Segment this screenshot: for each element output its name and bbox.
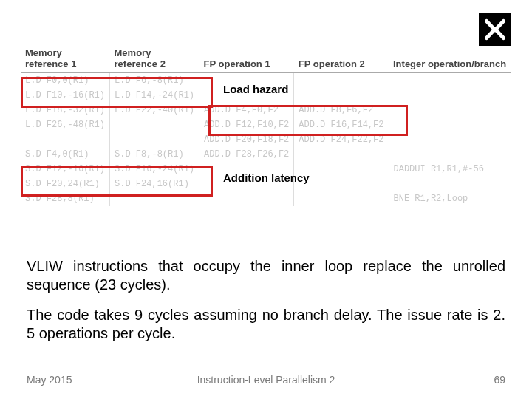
cell [294, 147, 389, 162]
cell: ADD.D F12,F10,F2 [200, 117, 294, 132]
cell [389, 177, 511, 191]
cell: L.D F18,-32(R1) [21, 103, 110, 117]
cell: L.D F0,0(R1) [21, 73, 110, 89]
cell: S.D F12,-16(R1) [21, 162, 110, 177]
cell: ADD.D F20,F18,F2 [200, 132, 294, 147]
aleph-icon [482, 16, 508, 43]
cell: ADD.D F16,F14,F2 [294, 117, 389, 132]
aleph-logo [479, 13, 511, 46]
cell: L.D F14,-24(R1) [110, 88, 200, 103]
cell: S.D F16,-24(R1) [110, 162, 200, 177]
cell: L.D F26,-48(R1) [21, 117, 110, 132]
footer-title: Instruction-Level Parallelism 2 [197, 374, 335, 386]
cell [389, 117, 511, 132]
table-row: L.D F18,-32(R1) L.D F22,-40(R1) ADD.D F4… [21, 103, 511, 117]
table-row: S.D F28,8(R1) BNE R1,R2,Loop [21, 191, 511, 206]
paragraph-cycles: The code takes 9 cycles assuming no bran… [27, 306, 505, 343]
cell [389, 88, 511, 103]
cell [110, 117, 200, 132]
addition-latency-label: Addition latency [223, 171, 310, 184]
cell: S.D F24,16(R1) [110, 177, 200, 191]
paragraph-vliw: VLIW instructions that occupy the inner … [27, 257, 505, 294]
cell [110, 191, 200, 206]
cell: DADDUI R1,R1,#-56 [389, 162, 511, 177]
cell [110, 132, 200, 147]
cell: ADD.D F28,F26,F2 [200, 147, 294, 162]
slide-footer: May 2015 Instruction-Level Parallelism 2… [27, 374, 505, 386]
cell: S.D F8,-8(R1) [110, 147, 200, 162]
cell [389, 103, 511, 117]
cell [200, 191, 294, 206]
cell: BNE R1,R2,Loop [389, 191, 511, 206]
col-fpop1: FP operation 1 [200, 44, 294, 73]
cell [389, 73, 511, 89]
footer-date: May 2015 [27, 374, 72, 386]
col-memref1: Memory reference 1 [21, 44, 110, 73]
table-row: ADD.D F20,F18,F2 ADD.D F24,F22,F2 [21, 132, 511, 147]
cell: S.D F4,0(R1) [21, 147, 110, 162]
cell [389, 147, 511, 162]
cell: ADD.D F24,F22,F2 [294, 132, 389, 147]
load-hazard-label: Load hazard [223, 83, 288, 95]
cell [294, 88, 389, 103]
col-intop: Integer operation/branch [389, 44, 511, 73]
cell: ADD.D F8,F6,F2 [294, 103, 389, 117]
cell [389, 132, 511, 147]
col-memref2: Memory reference 2 [110, 44, 200, 73]
cell [294, 191, 389, 206]
cell: S.D F28,8(R1) [21, 191, 110, 206]
cell: L.D F6,-8(R1) [110, 73, 200, 89]
footer-page: 69 [494, 374, 505, 386]
cell [294, 73, 389, 89]
cell [21, 132, 110, 147]
table-header-row: Memory reference 1 Memory reference 2 FP… [21, 44, 511, 73]
table-row: S.D F4,0(R1) S.D F8,-8(R1) ADD.D F28,F26… [21, 147, 511, 162]
cell: L.D F10,-16(R1) [21, 88, 110, 103]
col-fpop2: FP operation 2 [294, 44, 389, 73]
cell: S.D F20,24(R1) [21, 177, 110, 191]
cell: L.D F22,-40(R1) [110, 103, 200, 117]
table-row: L.D F26,-48(R1) ADD.D F12,F10,F2 ADD.D F… [21, 117, 511, 132]
cell: ADD.D F4,F0,F2 [200, 103, 294, 117]
